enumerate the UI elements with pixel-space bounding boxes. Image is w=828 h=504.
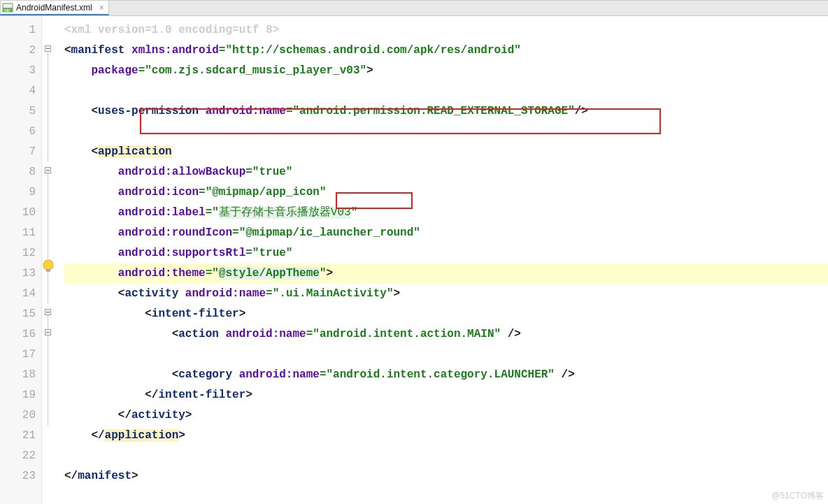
code-text: < — [145, 308, 152, 320]
line-number[interactable]: 4 — [0, 81, 41, 101]
code-text: category — [178, 368, 232, 381]
file-tab[interactable]: MF AndroidManifest.xml × — [0, 0, 109, 15]
line-number[interactable]: 23 — [0, 466, 41, 487]
code-text: > — [327, 267, 334, 280]
line-number[interactable]: 20 — [0, 405, 41, 426]
code-text: > — [273, 24, 280, 36]
code-text: roundIcon — [172, 226, 232, 239]
line-number[interactable]: 1 — [0, 20, 41, 41]
code-text: = — [266, 287, 273, 300]
code-text: allowBackup — [172, 166, 246, 178]
code-text: > — [185, 409, 192, 422]
tab-filename: AndroidManifest.xml — [16, 3, 92, 13]
code-text: = — [206, 206, 213, 219]
line-number[interactable]: 5 — [0, 101, 41, 122]
code-text: < — [118, 287, 125, 300]
line-number[interactable]: 8 — [0, 162, 41, 182]
line-number-gutter: 1 2 3 4 5 6 7 8 9 10 11 12 13 14 15 16 1… — [0, 16, 42, 504]
line-number[interactable]: 9 — [0, 182, 41, 203]
code-text: uses-permission — [98, 105, 199, 117]
code-text: = — [306, 328, 313, 340]
code-text: < — [172, 368, 179, 381]
code-text: intent-filter — [158, 389, 245, 401]
code-text: android — [172, 44, 219, 57]
code-text: </ — [64, 470, 78, 482]
code-text: ".ui.MainActivity" — [273, 287, 394, 300]
fold-toggle-icon[interactable] — [45, 167, 51, 173]
code-text: android: — [118, 247, 172, 259]
code-text: "android.intent.category.LAUNCHER" — [326, 368, 554, 381]
line-number[interactable]: 18 — [0, 365, 41, 385]
line-number[interactable]: 19 — [0, 385, 41, 405]
code-text: > — [178, 429, 185, 442]
code-text: < — [91, 105, 98, 117]
line-number[interactable]: 3 — [0, 61, 41, 81]
intention-bulb-icon[interactable] — [43, 260, 53, 270]
line-number[interactable]: 16 — [0, 324, 41, 345]
code-text: /app_icon — [259, 186, 319, 199]
code-text: name — [279, 328, 306, 340]
code-text: </ — [145, 389, 158, 401]
code-text: = — [199, 186, 206, 199]
code-text: = — [245, 166, 252, 178]
code-text: /> — [575, 105, 588, 117]
code-text: = — [232, 226, 239, 239]
line-number[interactable]: 22 — [0, 446, 41, 466]
line-number[interactable]: 2 — [0, 41, 41, 61]
code-text: utf 8 — [239, 24, 273, 36]
line-number[interactable]: 10 — [0, 203, 41, 223]
code-text: > — [394, 287, 401, 300]
code-text: < — [172, 328, 179, 340]
code-text: "true" — [252, 166, 293, 178]
code-text: </ — [91, 429, 104, 442]
code-text: "android.permission.READ_EXTERNAL_STORAG… — [292, 105, 574, 117]
code-text: name — [259, 105, 285, 117]
code-text: "com.zjs.sdcard_music_player_v03" — [145, 64, 366, 77]
mf-file-icon: MF — [2, 3, 13, 13]
code-text: name — [292, 368, 319, 381]
code-text: " — [212, 267, 219, 280]
code-text: "true" — [252, 247, 293, 259]
code-text: manifest — [78, 470, 131, 482]
editor: 1 2 3 4 5 6 7 8 9 10 11 12 13 14 15 16 1… — [0, 16, 828, 504]
code-text: /> — [501, 328, 521, 340]
fold-line — [48, 173, 48, 303]
line-number[interactable]: 6 — [0, 122, 41, 142]
code-text: < — [64, 44, 71, 57]
code-text: <xml version= — [64, 24, 152, 36]
code-text: /> — [555, 368, 575, 381]
fold-toggle-icon[interactable] — [45, 309, 51, 315]
line-number[interactable]: 14 — [0, 284, 41, 304]
tab-bar: MF AndroidManifest.xml × — [0, 1, 828, 16]
code-text: activity — [131, 409, 185, 422]
code-area[interactable]: <xml version=1.0 encoding=utf 8> <manife… — [64, 16, 828, 504]
code-text: </ — [118, 409, 131, 422]
svg-text:MF: MF — [4, 8, 10, 13]
code-text: android: — [118, 186, 172, 199]
code-text: @s — [219, 267, 232, 280]
code-text: "android.intent.action.MAIN" — [313, 328, 501, 340]
line-number[interactable]: 13 — [0, 264, 41, 284]
fold-toggle-icon[interactable] — [45, 45, 51, 52]
code-text: activity — [124, 287, 178, 300]
line-number[interactable]: 7 — [0, 142, 41, 162]
code-text: " — [351, 206, 358, 219]
code-text: " — [206, 186, 213, 199]
fold-line — [48, 52, 48, 161]
line-number[interactable]: 21 — [0, 426, 41, 446]
code-text: = — [245, 247, 252, 259]
line-number[interactable]: 15 — [0, 304, 41, 324]
code-text: 基于存储卡音乐播放器V03 — [219, 206, 351, 219]
line-number[interactable]: 17 — [0, 345, 41, 365]
code-text: icon — [172, 186, 199, 199]
code-text: package — [91, 64, 138, 77]
close-icon[interactable]: × — [99, 3, 104, 13]
code-text: < — [91, 145, 98, 158]
code-text: application — [98, 145, 172, 158]
line-number[interactable]: 12 — [0, 243, 41, 264]
code-text: = — [206, 267, 213, 280]
line-number[interactable]: 11 — [0, 223, 41, 243]
code-text: "@mipmap/ic_launcher_round" — [239, 226, 420, 239]
code-text: 1.0 — [152, 24, 172, 36]
code-text: > — [366, 64, 373, 77]
